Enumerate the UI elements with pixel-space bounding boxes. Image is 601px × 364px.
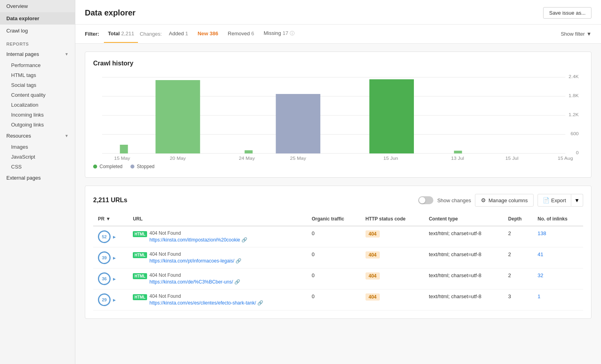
svg-text:13 Jul: 13 Jul <box>451 156 464 161</box>
changes-label: Changes: <box>140 25 162 42</box>
url-cell: HTML 404 Not Found https://kinsta.com/it… <box>128 226 307 247</box>
table-row: 52 ▸ HTML 404 Not Found https://kinsta.c… <box>93 226 583 247</box>
sidebar-item-data-explorer[interactable]: Data explorer <box>0 12 75 25</box>
sidebar-item-incoming-links[interactable]: Incoming links <box>0 110 75 120</box>
pr-arrow: ▸ <box>113 234 116 240</box>
svg-rect-10 <box>120 145 128 153</box>
http-status-cell: 404 <box>361 247 424 268</box>
pr-cell: 39 ▸ <box>93 247 128 268</box>
inlinks-cell: 41 <box>533 247 583 268</box>
svg-text:15 Jun: 15 Jun <box>383 156 398 161</box>
show-changes-toggle[interactable] <box>418 196 433 204</box>
content-type-cell: text/html; charset=utf-8 <box>424 268 503 289</box>
inlinks-link[interactable]: 41 <box>538 251 543 257</box>
sidebar-item-javascript[interactable]: JavaScript <box>0 152 75 162</box>
sidebar-item-overview[interactable]: Overview <box>0 0 75 12</box>
show-filter-button[interactable]: Show filter ▼ <box>561 25 591 42</box>
export-wrap: 📄 Export ▼ <box>538 194 583 207</box>
filter-tab-removed[interactable]: Removed 6 <box>224 25 258 43</box>
inlinks-cell: 1 <box>533 289 583 310</box>
depth-cell: 3 <box>503 289 533 310</box>
legend-completed: Completed <box>93 164 122 169</box>
save-issue-button[interactable]: Save issue as... <box>543 7 591 19</box>
status-badge: 404 <box>366 272 380 280</box>
manage-columns-button[interactable]: ⚙ Manage columns <box>475 194 534 207</box>
urls-title: 2,211 URLs <box>93 197 127 204</box>
chevron-down-icon: ▼ <box>65 52 69 56</box>
col-http-status: HTTP status code <box>361 212 424 226</box>
filter-tab-total[interactable]: Total 2,211 <box>104 25 138 43</box>
sidebar-item-internal-pages[interactable]: Internal pages ▼ <box>0 48 75 60</box>
inlinks-link[interactable]: 1 <box>538 293 540 299</box>
sidebar-item-resources[interactable]: Resources ▼ <box>0 130 75 142</box>
filter-tab-added[interactable]: Added 1 <box>165 25 192 43</box>
inlinks-link[interactable]: 32 <box>538 272 543 278</box>
sidebar-item-crawl-log[interactable]: Crawl log <box>0 25 75 37</box>
legend-stopped: Stopped <box>130 164 155 169</box>
stopped-dot <box>130 165 134 169</box>
sidebar-item-content-quality[interactable]: Content quality <box>0 90 75 100</box>
http-status-cell: 404 <box>361 226 424 247</box>
table-row: 36 ▸ HTML 404 Not Found https://kinsta.c… <box>93 268 583 289</box>
document-icon: 📄 <box>543 197 549 203</box>
url-link[interactable]: https://kinsta.com/pt/informacoes-legais… <box>149 258 241 264</box>
urls-table-wrap: PR ▼ URL Organic traffic HTTP status cod… <box>93 212 583 310</box>
sidebar-item-localization[interactable]: Localization <box>0 100 75 110</box>
organic-traffic-cell: 0 <box>307 247 361 268</box>
filter-label: Filter: <box>85 25 99 42</box>
sidebar-item-html-tags[interactable]: HTML tags <box>0 70 75 80</box>
table-body: 52 ▸ HTML 404 Not Found https://kinsta.c… <box>93 226 583 310</box>
sidebar-item-images[interactable]: Images <box>0 142 75 152</box>
html-badge: HTML <box>133 231 147 237</box>
status-badge: 404 <box>366 293 380 301</box>
urls-controls: Show changes ⚙ Manage columns 📄 Export ▼ <box>418 194 583 207</box>
url-link[interactable]: https://kinsta.com/es/es/clientes/efecto… <box>149 300 263 306</box>
status-badge: 404 <box>366 230 380 238</box>
pr-cell: 52 ▸ <box>93 226 128 247</box>
url-cell: HTML 404 Not Found https://kinsta.com/es… <box>128 289 307 310</box>
url-error: 404 Not Found <box>149 293 263 299</box>
col-pr[interactable]: PR ▼ <box>93 212 128 226</box>
export-button[interactable]: 📄 Export <box>538 194 571 207</box>
svg-text:25 May: 25 May <box>290 156 306 161</box>
chevron-down-icon: ▼ <box>65 134 69 138</box>
url-cell: HTML 404 Not Found https://kinsta.com/pt… <box>128 247 307 268</box>
table-header: PR ▼ URL Organic traffic HTTP status cod… <box>93 212 583 226</box>
chart-legend: Completed Stopped <box>93 164 583 169</box>
inlinks-link[interactable]: 138 <box>538 230 546 236</box>
table-row: 39 ▸ HTML 404 Not Found https://kinsta.c… <box>93 247 583 268</box>
gear-icon: ⚙ <box>481 197 486 203</box>
svg-rect-11 <box>155 80 200 153</box>
content-type-cell: text/html; charset=utf-8 <box>424 247 503 268</box>
svg-rect-15 <box>454 151 462 153</box>
url-link[interactable]: https://kinsta.com/de/%C3%BCber-uns/ 🔗 <box>149 279 240 285</box>
filter-tab-missing[interactable]: Missing 17 ⓘ <box>260 25 299 43</box>
col-inlinks: No. of inlinks <box>533 212 583 226</box>
sidebar-item-outgoing-links[interactable]: Outgoing links <box>0 120 75 130</box>
page-header: Data explorer Save issue as... <box>75 0 601 25</box>
html-badge: HTML <box>133 273 147 279</box>
svg-text:2.4K: 2.4K <box>568 74 579 79</box>
filter-bar: Filter: Total 2,211 Changes: Added 1 New… <box>75 25 601 44</box>
export-dropdown-button[interactable]: ▼ <box>571 194 583 207</box>
sidebar-item-social-tags[interactable]: Social tags <box>0 80 75 90</box>
sidebar-item-css[interactable]: CSS <box>0 162 75 172</box>
pr-circle: 36 <box>98 272 111 285</box>
svg-rect-12 <box>245 150 253 153</box>
pr-cell: 29 ▸ <box>93 289 128 310</box>
content-type-cell: text/html; charset=utf-8 <box>424 226 503 247</box>
depth-cell: 2 <box>503 268 533 289</box>
url-link[interactable]: https://kinsta.com/itImpostazioni%20cook… <box>149 237 247 243</box>
http-status-cell: 404 <box>361 289 424 310</box>
svg-text:15 May: 15 May <box>114 156 130 161</box>
col-content-type: Content type <box>424 212 503 226</box>
sidebar-item-external-pages[interactable]: External pages <box>0 172 75 184</box>
svg-text:0: 0 <box>576 150 579 155</box>
pr-circle: 39 <box>98 251 111 264</box>
completed-dot <box>93 165 97 169</box>
filter-tab-new[interactable]: New 386 <box>193 25 222 43</box>
sidebar-item-performance[interactable]: Performance <box>0 60 75 70</box>
svg-text:15 Jul: 15 Jul <box>505 156 519 161</box>
crawl-history-card: Crawl history 2.4K 1.8K 1.2K 600 0 <box>85 52 591 178</box>
svg-text:15 Aug: 15 Aug <box>558 156 573 161</box>
